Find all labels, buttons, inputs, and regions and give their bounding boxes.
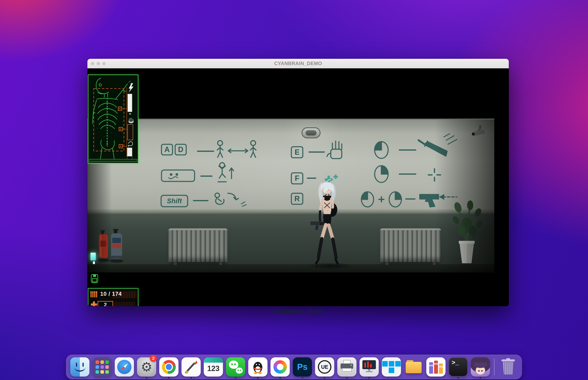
terminal-icon: >_ xyxy=(449,357,468,377)
qq-icon xyxy=(248,357,267,377)
player-character xyxy=(310,176,345,269)
dock-item-photoshop[interactable]: Ps xyxy=(292,355,313,379)
dock-item-chrome[interactable] xyxy=(159,355,179,379)
dock-item-monitor[interactable] xyxy=(359,355,379,379)
radiator xyxy=(380,228,441,262)
dock-item-wechat[interactable] xyxy=(225,355,246,379)
floor xyxy=(87,264,494,272)
game-scene: A D E F R Shift xyxy=(87,68,509,306)
bio-monitor-hud xyxy=(88,75,138,163)
dock-item-printer[interactable] xyxy=(337,355,357,379)
dock-item-numbers[interactable]: 123 xyxy=(203,355,224,379)
indicator-dot xyxy=(93,261,95,264)
window-titlebar[interactable]: CYANBRAIN_DEMO xyxy=(87,59,509,68)
safari-icon xyxy=(115,357,134,377)
door-indicator xyxy=(90,253,96,260)
dock-item-trash[interactable] xyxy=(498,355,518,379)
save-icon xyxy=(91,274,98,283)
medkit-count: 2 xyxy=(98,301,113,306)
notification-badge: 2 xyxy=(150,355,157,362)
dock-item-winrar[interactable] xyxy=(426,355,446,379)
ammo-hud: 10 / 174 2 xyxy=(88,288,138,306)
desktop-caption: CYANBRAIN_DEMO xyxy=(87,309,509,315)
chrome-icon xyxy=(159,357,178,377)
gear-icon: ⚙ xyxy=(141,361,152,374)
window-title: CYANBRAIN_DEMO xyxy=(87,59,509,68)
dock-item-folder[interactable] xyxy=(403,355,424,379)
stamina-bar xyxy=(128,94,132,112)
right-shadow xyxy=(434,119,494,272)
dock-item-paint[interactable] xyxy=(181,355,201,379)
dock-item-qq[interactable] xyxy=(248,355,268,379)
game-window[interactable]: CYANBRAIN_DEMO xyxy=(87,59,509,306)
game-avatar-icon xyxy=(471,357,490,377)
ring-app-icon xyxy=(271,357,290,377)
dock-item-finder[interactable] xyxy=(70,355,90,379)
launchpad-icon xyxy=(93,357,112,377)
stamina-icon xyxy=(129,83,134,93)
winrar-icon xyxy=(426,357,446,377)
monitor-app-icon xyxy=(359,357,379,377)
finder-icon xyxy=(70,357,89,377)
grab-icon xyxy=(129,118,133,123)
radiator xyxy=(168,228,227,262)
wechat-icon xyxy=(226,357,245,377)
game-viewport[interactable]: A D E F R Shift xyxy=(87,68,509,306)
windows-icon xyxy=(382,357,401,377)
secondary-bar xyxy=(128,125,133,140)
medkit-strip xyxy=(115,302,135,306)
dock-item-unreal[interactable]: UE xyxy=(314,355,335,379)
dock-item-launchpad[interactable] xyxy=(92,355,112,379)
bullet-icons xyxy=(90,291,97,297)
medkit-icon xyxy=(91,302,97,306)
photoshop-icon: Ps xyxy=(293,357,312,377)
lamp-glow xyxy=(281,120,341,159)
folder-icon xyxy=(404,357,423,377)
numbers-icon: 123 xyxy=(204,357,223,377)
dock-item-safari[interactable] xyxy=(114,355,135,379)
reload-icon xyxy=(128,142,133,147)
dock-item-terminal[interactable]: >_ xyxy=(448,355,468,379)
dock-item-game-avatar[interactable] xyxy=(470,355,490,379)
dock: ⚙ 2 123 xyxy=(66,355,522,379)
ammo-count: 10 / 174 xyxy=(100,291,122,297)
ceiling-lamp xyxy=(302,127,321,138)
printer-icon xyxy=(337,357,356,377)
paint-icon xyxy=(181,357,201,377)
dock-item-windows[interactable] xyxy=(381,355,402,379)
dock-item-ring-app[interactable] xyxy=(270,355,290,379)
dock-separator xyxy=(494,358,494,376)
desktop: CYANBRAIN_DEMO xyxy=(0,0,588,380)
unreal-engine-icon: UE xyxy=(315,357,334,377)
trash-icon xyxy=(499,357,518,377)
baseboard xyxy=(87,209,494,214)
dock-item-settings[interactable]: ⚙ 2 xyxy=(136,355,157,379)
